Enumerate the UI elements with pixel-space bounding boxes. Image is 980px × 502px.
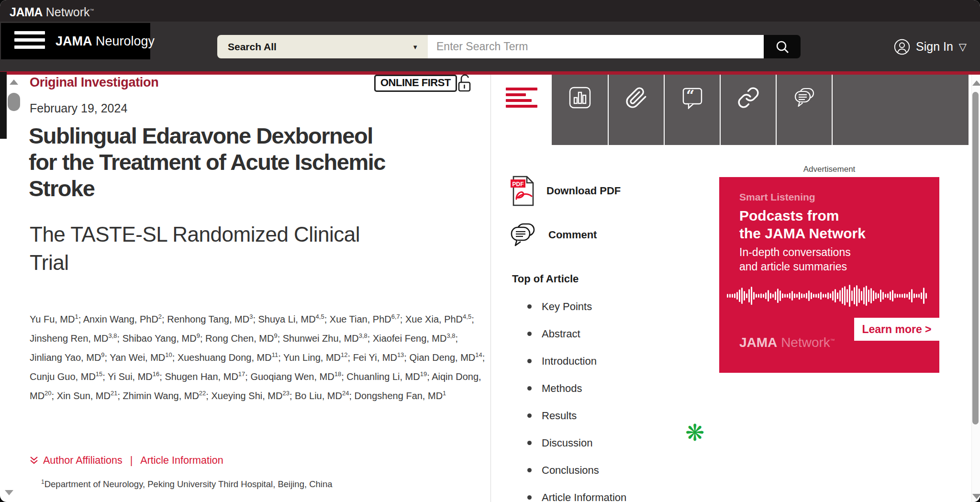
speech-bubbles-icon [793,86,816,109]
left-panel-edge [0,72,7,139]
search-icon [775,39,790,55]
paperclip-icon [625,86,648,109]
waveform-graphic [727,272,932,320]
nav-item-abstract[interactable]: Abstract [526,328,626,355]
author-affiliations-link[interactable]: Author Affiliations [43,455,122,467]
author: Xueshuang Dong, MD11; [178,352,283,363]
tab-related[interactable] [720,75,776,145]
scroll-down-arrow-right[interactable] [972,494,980,499]
online-first-badge: ONLINE FIRST [374,75,457,92]
article-title: Sublingual Edaravone Dexborneolfor the T… [29,123,385,201]
search-scope-label: Search All [228,41,277,53]
logo-rest: Network [46,5,90,19]
author: Guoqiang Wen, MD18; [250,371,346,382]
double-chevron-down-icon [29,456,39,466]
quote-icon: “ [681,86,704,109]
author: Chuanling Li, MD19; [346,371,432,382]
author: Fei Yi, MD13; [353,352,410,363]
article-subtitle: The TASTE-SL Randomized ClinicalTrial [30,220,360,277]
logo-bold: JAMA [10,5,43,19]
nav-item-introduction[interactable]: Introduction [526,355,626,382]
dropdown-caret-icon: ▼ [412,43,418,50]
ad-jama-network-logo: JAMA Network™ [739,335,835,350]
author: Shunwei Zhu, MD3,8; [283,333,373,344]
author: Dongsheng Fan, MD1 [355,390,446,401]
sign-in-label: Sign In [916,40,953,54]
toolbar-spacer [832,75,969,145]
search-bar: Search All ▼ [217,35,801,58]
article-links-row: Author Affiliations | Article Informatio… [29,455,223,467]
download-pdf-button[interactable]: PDF Download PDF [510,175,621,207]
brand-red-divider [0,71,980,75]
list-icon [506,88,537,108]
tab-quote[interactable]: “ [664,75,720,145]
jama-network-logo[interactable]: JAMA Network™ [10,0,94,23]
svg-text:PDF: PDF [512,181,524,188]
menu-icon[interactable] [14,31,45,51]
nav-item-discussion[interactable]: Discussion [526,437,626,464]
search-scope-dropdown[interactable]: Search All ▼ [217,35,428,58]
download-pdf-label: Download PDF [546,185,621,197]
search-button[interactable] [764,35,801,58]
jama-network-topbar: JAMA Network™ [0,0,980,22]
ad-description: In-depth conversationsand article summar… [739,245,851,274]
author: Yi Sui, MD16; [108,371,165,382]
nav-item-article-information[interactable]: Article Information [526,491,626,502]
author: Xiaofei Feng, MD3,8; [373,333,458,344]
nav-item-conclusions[interactable]: Conclusions [526,464,626,491]
article-information-link[interactable]: Article Information [140,455,223,467]
author: Anxin Wang, PhD2; [83,314,167,324]
openai-logo: ❋ [685,421,704,444]
author: Yun Ling, MD12; [283,352,353,363]
scroll-up-arrow-right[interactable] [972,80,980,86]
tab-supplemental[interactable] [608,75,664,145]
ad-eyebrow: Smart Listening [739,191,815,203]
nav-item-key-points[interactable]: Key Points [526,301,626,328]
journal-title[interactable]: JAMA Neurology [56,23,155,59]
search-input[interactable] [428,35,764,58]
pdf-file-icon: PDF [510,175,536,207]
author: Renhong Tang, MD3; [167,314,258,324]
author: Qian Deng, MD14; [409,352,485,363]
tab-contents[interactable] [506,88,537,111]
publish-date: February 19, 2024 [30,101,127,115]
nav-item-results[interactable]: Results [526,410,626,437]
tab-figures[interactable] [552,75,608,145]
scroll-down-arrow-left[interactable] [5,490,13,495]
nav-item-methods[interactable]: Methods [526,382,626,410]
article-nav-title: Top of Article [512,273,579,285]
ad-title: Podcasts fromthe JAMA Network [739,207,866,242]
author: Jinsheng Ren, MD3,8; [30,333,122,344]
author: Xin Sun, MD21; [57,390,123,401]
bar-chart-icon [568,86,591,109]
sign-in[interactable]: Sign In ▽ [894,22,967,72]
author: Bo Liu, MD24; [295,390,355,401]
author-list: Yu Fu, MD1; Anxin Wang, PhD2; Renhong Ta… [30,310,488,405]
author: Yan Wei, MD10; [110,352,178,363]
author: Xueying Shi, MD23; [211,390,295,401]
right-scrollbar-thumb[interactable] [972,92,979,424]
podcast-advertisement[interactable]: Smart Listening Podcasts fromthe JAMA Ne… [719,177,939,373]
journal-banner: JAMA Neurology [1,23,150,59]
left-scroll-thumb[interactable] [8,93,20,111]
author: Shibao Yang, MD9; [122,333,205,344]
article-category[interactable]: Original Investigation [30,75,158,90]
author: Shugen Han, MD17; [165,371,250,382]
author: Rong Chen, MD9; [205,333,283,344]
comment-icon [509,222,537,248]
tab-comments[interactable] [776,75,832,145]
author: Zhimin Wang, MD22; [123,390,212,401]
separator: | [130,455,133,467]
comment-button[interactable]: Comment [509,222,597,248]
author: Jinliang Yao, MD9; [30,352,110,363]
ad-learn-more-button[interactable]: Learn more > [854,318,939,341]
svg-text:“: “ [686,87,694,104]
author: Yu Fu, MD1; [30,314,83,324]
comment-label: Comment [548,229,597,241]
article-nav-list: Key PointsAbstractIntroductionMethodsRes… [526,301,626,502]
article-toolbar: “ [552,75,969,145]
advertisement-label: Advertisement [719,165,939,174]
author: Shuya Li, MD4,5; [258,314,330,324]
scroll-up-arrow-left[interactable] [10,79,18,85]
content-rail-divider [490,75,491,502]
